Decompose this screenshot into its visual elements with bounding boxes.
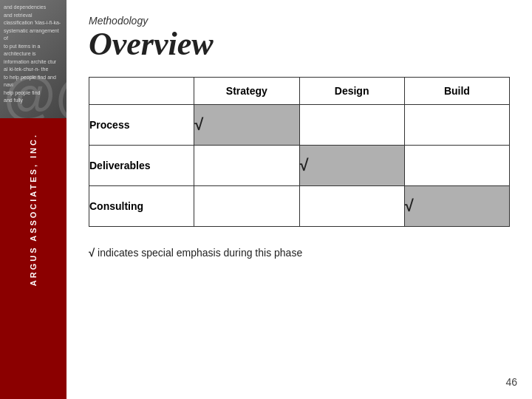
sidebar-brand: ARGUS ASSOCIATES, INC.: [29, 133, 38, 286]
row-label-consulting: Consulting: [89, 186, 194, 227]
table-row: Process √: [89, 105, 510, 146]
table-row: Consulting √: [89, 186, 510, 227]
col-header-strategy: Strategy: [194, 78, 299, 105]
footnote-check: √: [89, 246, 95, 259]
col-header-design: Design: [299, 78, 404, 105]
cell-process-design: [299, 105, 404, 146]
cell-deliverables-build: [404, 146, 509, 186]
cell-process-build: [404, 105, 509, 146]
cell-deliverables-strategy: [194, 146, 299, 186]
check-mark: √: [194, 115, 203, 134]
footnote: √ indicates special emphasis during this…: [89, 246, 510, 259]
cell-process-strategy: √: [194, 105, 299, 146]
cell-consulting-design: [299, 186, 404, 227]
sidebar: and dependenciesand retrievalclassificat…: [0, 0, 66, 399]
page-header: Methodology Overview: [89, 15, 510, 62]
methodology-label: Methodology: [89, 15, 510, 27]
main-content: Methodology Overview Strategy Design Bui…: [66, 0, 532, 399]
cell-consulting-strategy: [194, 186, 299, 227]
row-label-deliverables: Deliverables: [89, 146, 194, 186]
sidebar-image: and dependenciesand retrievalclassificat…: [0, 0, 66, 118]
page-number: 46: [505, 376, 517, 388]
col-header-build: Build: [404, 78, 509, 105]
row-label-process: Process: [89, 105, 194, 146]
col-header-empty: [89, 78, 194, 105]
check-mark: √: [405, 197, 414, 215]
at-symbol: @@: [4, 65, 66, 118]
overview-title: Overview: [89, 27, 510, 62]
footnote-text: indicates special emphasis during this p…: [95, 247, 302, 259]
cell-deliverables-design: √: [299, 146, 404, 186]
check-mark: √: [300, 156, 309, 174]
table-row: Deliverables √: [89, 146, 510, 186]
cell-consulting-build: √: [404, 186, 509, 227]
methodology-table: Strategy Design Build Process √ Delivera…: [89, 77, 510, 227]
